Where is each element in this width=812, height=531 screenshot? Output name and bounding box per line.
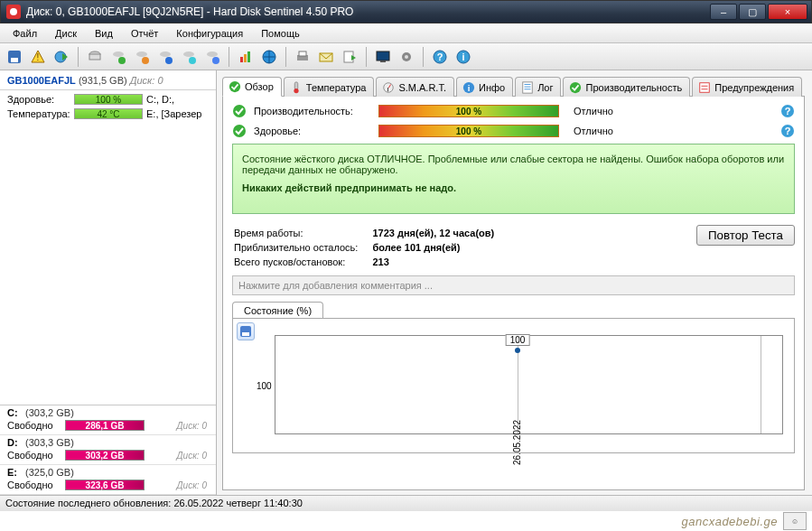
chart-tab-state[interactable]: Состояние (%) (232, 302, 323, 319)
chart-area: 100 26.05.2022 (275, 335, 783, 434)
svg-text:i: i (462, 51, 464, 62)
menu-help[interactable]: Помощь (252, 26, 309, 41)
disk-green-icon[interactable] (107, 46, 129, 68)
info-tab-icon: i (462, 81, 475, 94)
svg-point-32 (405, 55, 408, 59)
mail-icon[interactable] (315, 46, 337, 68)
svg-point-16 (183, 51, 194, 57)
tab-smart[interactable]: S.M.A.R.T. (376, 77, 454, 97)
menu-disk[interactable]: Диск (46, 26, 86, 41)
status-bar: Состояние последнего обновления: 26.05.2… (0, 495, 812, 511)
window-minimize-button[interactable]: – (710, 4, 737, 20)
svg-rect-30 (380, 61, 386, 62)
free-bar: 323,6 GB (65, 480, 145, 490)
watermark-text: gancxadebebi.ge (681, 515, 778, 528)
warning-icon[interactable]: ! (27, 46, 49, 68)
tab-overview[interactable]: Обзор (222, 77, 282, 97)
export-icon[interactable] (339, 46, 360, 68)
svg-rect-25 (299, 51, 306, 56)
svg-text:?: ? (785, 126, 791, 136)
disk-blue-icon[interactable] (154, 46, 176, 68)
toolbar-separator (78, 47, 79, 67)
disk-cyan-icon[interactable] (178, 46, 200, 68)
drive-block-c[interactable]: C:(303,2 GB) Свободно286,1 GBДиск: 0 (0, 405, 216, 435)
tab-log[interactable]: Лог (515, 77, 561, 97)
warn-icon (698, 81, 711, 94)
tab-temperature[interactable]: Температура (284, 77, 375, 97)
svg-rect-3 (11, 58, 18, 62)
svg-rect-50 (700, 82, 710, 92)
status-action: Никаких действий предпринимать не надо. (242, 182, 785, 193)
menu-bar: Файл Диск Вид Отчёт Конфигурация Помощь (0, 23, 812, 43)
drive-block-d[interactable]: D:(303,3 GB) Свободно303,2 GBДиск: 0 (0, 435, 216, 465)
menu-report[interactable]: Отчёт (122, 26, 167, 41)
repeat-test-button[interactable]: Повтор Теста (696, 225, 795, 246)
svg-point-15 (165, 57, 173, 64)
menu-config[interactable]: Конфигурация (167, 26, 252, 41)
smart-icon (382, 81, 395, 94)
watermark-bar: gancxadebebi.ge ☺ (0, 511, 812, 531)
info-icon[interactable]: i (453, 46, 474, 68)
save-chart-button[interactable] (237, 322, 255, 340)
floppy-icon (239, 325, 252, 338)
log-icon (521, 81, 534, 94)
window-close-button[interactable]: × (768, 4, 807, 20)
temp-drives: E:, [Зарезер (146, 108, 201, 119)
chart-point-label: 100 (506, 334, 530, 346)
disk-blue2-icon[interactable] (201, 46, 223, 68)
tab-info[interactable]: i Инфо (456, 77, 513, 97)
svg-point-53 (233, 105, 246, 117)
menu-file[interactable]: Файл (4, 26, 46, 41)
disk-name: GB1000EAFJL (7, 75, 76, 86)
window-maximize-button[interactable]: ▢ (739, 4, 766, 20)
toolbar-separator (423, 47, 424, 67)
drive-block-e[interactable]: E:(325,0 GB) Свободно323,6 GBДиск: 0 (0, 465, 216, 495)
svg-text:i: i (468, 82, 471, 92)
svg-point-56 (233, 125, 246, 137)
svg-point-1 (10, 8, 17, 15)
printer-icon[interactable] (292, 46, 313, 68)
bars-icon[interactable] (235, 46, 257, 68)
check-icon (232, 124, 247, 138)
screen-icon[interactable] (372, 46, 394, 68)
svg-point-13 (142, 57, 149, 64)
gear-icon[interactable] (396, 46, 417, 68)
free-bar: 303,2 GB (65, 450, 145, 461)
svg-rect-29 (377, 51, 389, 61)
svg-rect-45 (523, 81, 533, 92)
svg-rect-60 (242, 332, 249, 336)
health-bar: 100 % (74, 94, 143, 105)
disk-orange-icon[interactable] (131, 46, 153, 68)
comment-input[interactable]: Нажмите для добавления комментария ... (232, 275, 795, 295)
window-title: Диск: 0, GB1000EAFJL [9QJ2N5RE] - Hard D… (26, 5, 708, 18)
temp-bar: 42 °C (74, 108, 143, 119)
tab-performance[interactable]: Производительность (563, 77, 690, 97)
sidebar: GB1000EAFJL (931,5 GB) Диск: 0 Здоровье:… (0, 70, 217, 495)
svg-text:?: ? (785, 106, 791, 116)
disk-header[interactable]: GB1000EAFJL (931,5 GB) Диск: 0 (0, 70, 216, 90)
globe-icon[interactable] (258, 46, 280, 68)
globe-send-icon[interactable] (51, 46, 72, 68)
help-icon[interactable]: ? (780, 104, 795, 118)
tab-warnings[interactable]: Предупреждения (692, 77, 802, 97)
status-text: Состояние жёсткого диска ОТЛИЧНОЕ. Пробл… (242, 154, 785, 175)
disk-scan-icon[interactable] (84, 46, 106, 68)
chart-box: 100 100 26.05.2022 (232, 318, 795, 453)
svg-rect-21 (244, 54, 247, 62)
svg-point-17 (189, 57, 196, 64)
svg-point-37 (229, 81, 240, 92)
info-table: Время работы:1723 дня(ей), 12 часа(ов) П… (232, 225, 509, 270)
svg-rect-9 (89, 54, 100, 60)
save-icon[interactable] (4, 46, 25, 68)
toolbar-separator (366, 47, 367, 67)
svg-point-49 (570, 81, 581, 92)
toolbar-separator (229, 47, 229, 67)
toolbar-separator (285, 47, 286, 67)
menu-view[interactable]: Вид (86, 26, 122, 41)
perf-rating: Отлично (574, 106, 613, 116)
help-icon[interactable]: ? (429, 46, 451, 68)
check-icon (229, 80, 241, 93)
perf-label: Производительность: (254, 106, 371, 116)
help-icon[interactable]: ? (780, 124, 795, 138)
health-bar: 100 % (378, 125, 559, 137)
